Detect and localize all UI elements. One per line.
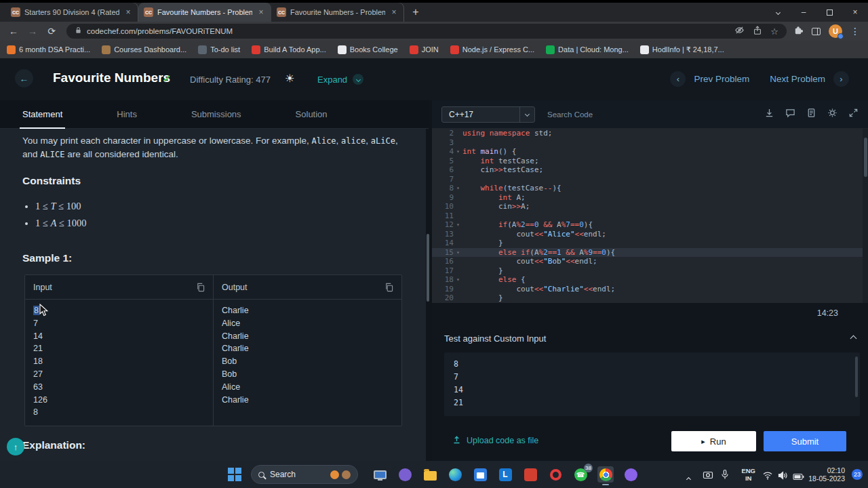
new-tab-button[interactable]: + (407, 3, 425, 21)
download-code-icon[interactable] (764, 108, 774, 121)
tab-statement[interactable]: Statement (22, 100, 62, 129)
custom-input-scrollbar[interactable] (855, 357, 858, 397)
browser-tab[interactable]: CCFavourite Numbers - Problems | C× (271, 3, 404, 22)
comment-icon[interactable] (785, 108, 795, 121)
browser-tab[interactable]: CCStarters 90 Division 4 (Rated) Co...× (5, 3, 138, 22)
red-app-icon[interactable] (522, 466, 538, 483)
share-icon[interactable] (753, 26, 762, 37)
forward-button[interactable]: → (24, 23, 41, 39)
file-explorer-icon[interactable] (422, 466, 438, 483)
photos-app-icon[interactable] (397, 466, 413, 483)
settings-gear-icon[interactable] (827, 108, 837, 121)
fold-arrow-icon[interactable]: ▾ (454, 220, 462, 230)
tray-battery-icon[interactable] (793, 471, 804, 483)
minimize-button[interactable]: – (791, 3, 816, 22)
extensions-puzzle-icon[interactable] (793, 25, 804, 37)
bookmark-item[interactable]: Courses Dashboard... (102, 45, 186, 54)
code-line[interactable]: 9 int A; (432, 193, 868, 203)
code-line[interactable]: 6 cin>>testCase; (432, 165, 868, 175)
submit-button[interactable]: Submit (764, 431, 846, 451)
tab-hints[interactable]: Hints (117, 100, 137, 129)
next-problem-circle[interactable]: › (833, 71, 849, 87)
code-line[interactable]: 3 (432, 138, 868, 148)
code-line[interactable]: 16 cout<<"Bob"<<endl; (432, 257, 868, 266)
code-line[interactable]: 15▾ else if(A%2==1 && A%9==0){ (432, 248, 868, 258)
close-button[interactable]: × (842, 3, 868, 22)
taskbar-search[interactable]: Search (251, 465, 358, 484)
code-line[interactable]: 17 } (432, 266, 868, 276)
custom-input-box[interactable]: 871421 (444, 352, 860, 416)
l-app-icon[interactable]: L (497, 466, 513, 483)
tray-language-indicator[interactable]: ENGIN (741, 467, 755, 482)
edge-browser-icon[interactable] (447, 466, 463, 483)
copy-output-icon[interactable] (384, 283, 393, 292)
scroll-to-top-button[interactable]: ↑ (7, 438, 24, 455)
bookmark-star-icon[interactable]: ☆ (770, 26, 778, 37)
code-line[interactable]: 18▾ else { (432, 275, 868, 285)
eye-off-icon[interactable] (734, 25, 745, 37)
sample-output-values[interactable]: CharlieAliceCharlieCharlieBobBobAliceCha… (214, 300, 401, 426)
code-line[interactable]: 19 cout<<"Charlie"<<endl; (432, 285, 868, 294)
side-panel-icon[interactable] (812, 28, 821, 35)
code-line[interactable]: 21 } (432, 303, 868, 304)
browser-tab[interactable]: CCFavourite Numbers - Problems | C× (138, 3, 271, 22)
code-line[interactable]: 7 (432, 175, 868, 184)
custom-input-header[interactable]: Test against Custom Input (444, 329, 856, 347)
bookmark-item[interactable]: Build A Todo App... (252, 45, 326, 54)
tab-search-chevron-icon[interactable] (765, 3, 791, 22)
upload-code-link[interactable]: Upload code as file (452, 435, 538, 446)
code-editor[interactable]: 2using namespace std;34▾int main() {5 in… (432, 129, 868, 303)
statement-scrollbar[interactable] (427, 234, 429, 302)
back-button[interactable]: ← (5, 23, 22, 39)
code-line[interactable]: 12▾ if(A%2==0 && A%7==0){ (432, 220, 868, 230)
start-button[interactable] (228, 468, 241, 481)
bookmark-item[interactable]: HodlInfo | ₹ 24,18,7... (640, 45, 724, 54)
code-line[interactable]: 13 cout<<"Alice"<<endl; (432, 230, 868, 239)
bookmark-item[interactable]: Books College (338, 45, 398, 54)
code-line[interactable]: 14 } (432, 239, 868, 248)
opera-browser-icon[interactable] (547, 466, 564, 483)
language-select[interactable]: C++17 (441, 106, 535, 123)
tab-solution[interactable]: Solution (296, 100, 328, 129)
whatsapp-icon[interactable]: 38☎ (572, 466, 589, 483)
code-line[interactable]: 10 cin>>A; (432, 202, 868, 211)
code-line[interactable]: 20 } (432, 293, 868, 303)
chrome-browser-icon[interactable] (597, 466, 614, 483)
camera-app-icon[interactable] (623, 466, 639, 483)
fullscreen-icon[interactable] (848, 108, 859, 121)
maximize-button[interactable] (816, 3, 842, 22)
bookmark-item[interactable]: Node.js / Express C... (450, 45, 534, 54)
tray-camera-icon[interactable] (703, 470, 713, 482)
address-bar[interactable]: codechef.com/problems/FAVOURiTENUM ☆ (66, 24, 787, 39)
search-code-input[interactable]: Search Code (547, 110, 593, 119)
fold-arrow-icon[interactable]: ▾ (454, 184, 462, 193)
fold-arrow-icon[interactable]: ▾ (454, 147, 462, 157)
theme-sun-icon[interactable]: ☀ (285, 72, 294, 85)
fold-arrow-icon[interactable]: ▾ (454, 275, 462, 285)
fold-arrow-icon[interactable]: ▾ (454, 248, 462, 258)
editor-scrollbar[interactable] (864, 138, 867, 177)
tray-wifi-icon[interactable] (762, 470, 773, 483)
code-line[interactable]: 2using namespace std; (432, 129, 868, 138)
code-line[interactable]: 8▾ while(testCase--){ (432, 184, 868, 193)
tray-volume-icon[interactable] (778, 470, 788, 483)
run-button[interactable]: ▸Run (671, 431, 756, 451)
notification-count-badge[interactable]: 23 (852, 469, 863, 480)
bookmark-item[interactable]: Data | Cloud: Mong... (546, 45, 629, 54)
bookmark-item[interactable]: JOIN (410, 45, 439, 54)
tray-mic-icon[interactable] (720, 469, 730, 483)
collapse-chevron-icon[interactable] (850, 335, 857, 342)
tab-close-icon[interactable]: × (389, 7, 399, 17)
bookmark-item[interactable]: To-do list (198, 45, 240, 54)
tray-chevron-up-icon[interactable] (687, 472, 690, 484)
prev-problem-circle[interactable]: ‹ (670, 71, 686, 87)
problem-back-button[interactable]: ← (15, 69, 33, 87)
store-app-icon[interactable] (472, 466, 488, 483)
next-problem-link[interactable]: Next Problem (770, 74, 825, 84)
prev-problem-link[interactable]: Prev Problem (694, 74, 749, 84)
profile-avatar[interactable]: U (829, 24, 842, 38)
document-icon[interactable] (806, 108, 816, 121)
expand-button[interactable]: Expand (317, 74, 363, 85)
reload-button[interactable]: ⟳ (43, 23, 60, 39)
tab-close-icon[interactable]: × (123, 7, 133, 17)
